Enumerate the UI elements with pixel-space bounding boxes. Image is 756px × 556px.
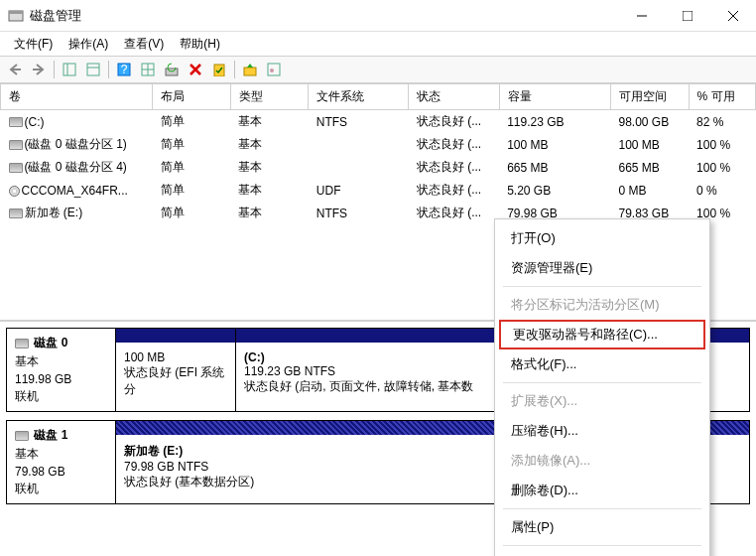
ctx-help[interactable]: 帮助(H)	[495, 549, 709, 556]
properties-icon[interactable]	[263, 59, 285, 80]
svg-rect-3	[683, 11, 693, 21]
col-layout[interactable]: 布局	[153, 84, 231, 110]
ctx-mirror: 添加镜像(A)...	[495, 446, 709, 476]
cd-icon	[9, 186, 20, 197]
table-row[interactable]: CCCOMA_X64FR...简单基本UDF状态良好 (...5.20 GB0 …	[1, 179, 756, 202]
cell-free: 665 MB	[610, 156, 689, 179]
ctx-extend: 扩展卷(X)...	[495, 386, 709, 416]
cell-fs	[309, 156, 409, 179]
help-icon[interactable]: ?	[113, 59, 135, 80]
svg-rect-8	[63, 64, 75, 75]
disk-label[interactable]: 磁盘 0基本119.98 GB联机	[7, 329, 116, 411]
ctx-format[interactable]: 格式化(F)...	[495, 349, 709, 379]
col-free[interactable]: 可用空间	[610, 84, 689, 110]
col-status[interactable]: 状态	[409, 84, 499, 110]
cell-layout: 简单	[153, 110, 231, 134]
menu-action[interactable]: 操作(A)	[63, 33, 114, 56]
ctx-open[interactable]: 打开(O)	[495, 223, 709, 253]
refresh-icon[interactable]	[161, 59, 183, 80]
view1-icon[interactable]	[59, 59, 80, 80]
cell-fs: NTFS	[309, 202, 409, 224]
disk-status: 联机	[15, 388, 107, 405]
svg-rect-10	[87, 64, 99, 75]
svg-text:?: ?	[121, 63, 128, 76]
drive-icon	[9, 208, 23, 218]
delete-icon[interactable]	[185, 59, 206, 80]
check-icon[interactable]	[208, 59, 230, 80]
close-button[interactable]	[710, 0, 756, 31]
cell-status: 状态良好 (...	[409, 179, 499, 202]
window-title: 磁盘管理	[30, 7, 619, 25]
ctx-props[interactable]: 属性(P)	[495, 512, 709, 542]
disk-icon[interactable]	[239, 59, 261, 80]
cell-type: 基本	[230, 110, 309, 134]
drive-icon	[9, 140, 23, 150]
cell-pct: 0 %	[689, 179, 755, 202]
volume-name: (磁盘 0 磁盘分区 4)	[25, 160, 127, 174]
svg-point-23	[270, 69, 274, 72]
svg-rect-22	[268, 64, 280, 75]
volume-name: CCCOMA_X64FR...	[22, 184, 128, 198]
cell-layout: 简单	[153, 133, 231, 156]
ctx-delete[interactable]: 删除卷(D)...	[495, 476, 709, 505]
cell-type: 基本	[230, 156, 309, 179]
settings-icon[interactable]	[137, 59, 159, 80]
cell-capacity: 665 MB	[499, 156, 610, 179]
disk-type: 基本	[15, 353, 107, 370]
table-row[interactable]: (磁盘 0 磁盘分区 1)简单基本状态良好 (...100 MB100 MB10…	[1, 133, 756, 156]
disk-type: 基本	[15, 446, 107, 463]
drive-icon	[9, 163, 23, 173]
cell-layout: 简单	[153, 202, 231, 224]
volume-name: 新加卷 (E:)	[25, 206, 83, 219]
back-icon[interactable]	[4, 59, 26, 80]
drive-icon	[9, 117, 23, 127]
maximize-button[interactable]	[665, 0, 710, 31]
ctx-change-letter[interactable]: 更改驱动器号和路径(C)...	[499, 320, 705, 349]
menu-help[interactable]: 帮助(H)	[174, 33, 226, 56]
forward-icon[interactable]	[28, 59, 50, 80]
cell-pct: 100 %	[689, 133, 755, 156]
disk-status: 联机	[15, 481, 107, 497]
cell-layout: 简单	[153, 156, 231, 179]
context-menu: 打开(O) 资源管理器(E) 将分区标记为活动分区(M) 更改驱动器号和路径(C…	[494, 218, 710, 556]
partition[interactable]: 100 MB状态良好 (EFI 系统分	[116, 329, 235, 411]
cell-free: 0 MB	[610, 179, 689, 202]
cell-free: 100 MB	[610, 133, 689, 156]
cell-type: 基本	[230, 133, 309, 156]
cell-capacity: 5.20 GB	[499, 179, 610, 202]
table-row[interactable]: (C:)简单基本NTFS状态良好 (...119.23 GB98.00 GB82…	[1, 110, 756, 134]
menu-file[interactable]: 文件(F)	[8, 33, 59, 56]
volume-name: (磁盘 0 磁盘分区 1)	[25, 137, 127, 151]
menu-bar: 文件(F) 操作(A) 查看(V) 帮助(H)	[0, 32, 756, 56]
cell-fs: NTFS	[309, 110, 409, 134]
cell-layout: 简单	[153, 179, 231, 202]
disk-icon	[15, 339, 29, 348]
ctx-explorer[interactable]: 资源管理器(E)	[495, 253, 709, 283]
col-pct[interactable]: % 可用	[689, 84, 755, 110]
cell-fs	[309, 133, 409, 156]
svg-rect-1	[9, 11, 23, 14]
cell-free: 98.00 GB	[610, 110, 689, 134]
minimize-button[interactable]	[619, 0, 665, 31]
disk-icon	[15, 431, 29, 441]
cell-status: 状态良好 (...	[409, 156, 499, 179]
partition-size: 100 MB	[124, 350, 227, 364]
cell-fs: UDF	[309, 179, 409, 202]
disk-size: 79.98 GB	[15, 465, 107, 479]
col-type[interactable]: 类型	[230, 84, 309, 110]
menu-view[interactable]: 查看(V)	[118, 33, 170, 56]
disk-label[interactable]: 磁盘 1基本79.98 GB联机	[7, 421, 116, 503]
view2-icon[interactable]	[82, 59, 104, 80]
col-capacity[interactable]: 容量	[499, 84, 610, 110]
col-volume[interactable]: 卷	[1, 84, 153, 110]
ctx-shrink[interactable]: 压缩卷(H)...	[495, 416, 709, 446]
col-filesystem[interactable]: 文件系统	[309, 84, 409, 110]
cell-pct: 100 %	[689, 156, 755, 179]
app-icon	[8, 8, 24, 24]
cell-capacity: 100 MB	[499, 133, 610, 156]
table-row[interactable]: (磁盘 0 磁盘分区 4)简单基本状态良好 (...665 MB665 MB10…	[1, 156, 756, 179]
cell-status: 状态良好 (...	[409, 202, 499, 224]
cell-type: 基本	[230, 202, 309, 224]
volume-name: (C:)	[25, 115, 45, 129]
cell-capacity: 119.23 GB	[499, 110, 610, 134]
